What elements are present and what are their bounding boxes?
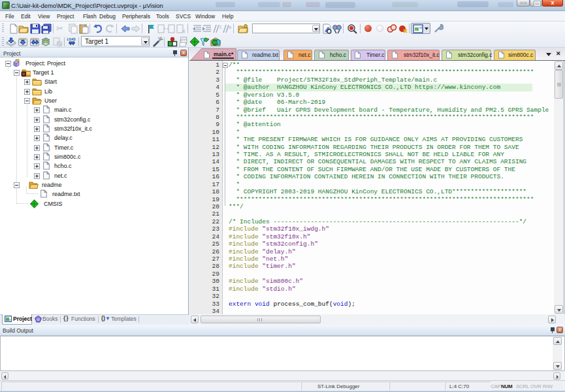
svg-text:LOAD: LOAD	[67, 38, 76, 41]
